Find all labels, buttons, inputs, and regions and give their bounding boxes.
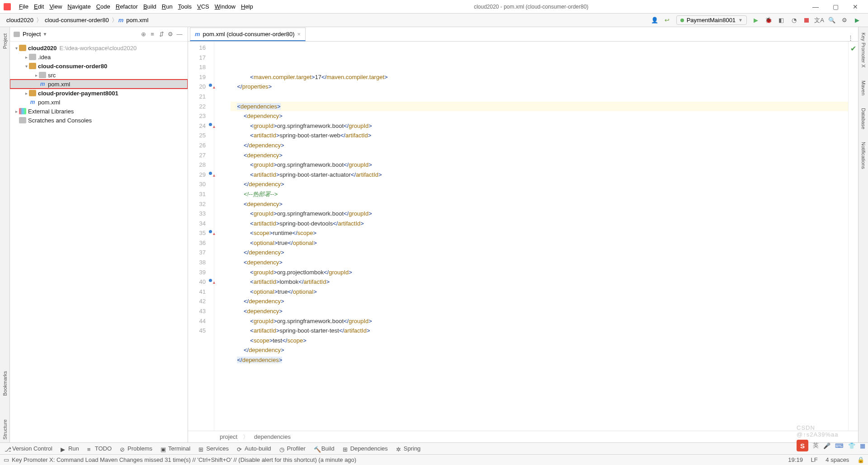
menu-refactor[interactable]: Refactor [113, 2, 141, 11]
tab-key-promoter[interactable]: Key Promoter X [860, 31, 867, 70]
tab-database[interactable]: Database [860, 106, 867, 131]
tree-root[interactable]: ▾ cloud2020 E:\idea-workspace\cloud2020 [10, 43, 188, 52]
settings-icon[interactable]: ⚙ [839, 15, 850, 26]
expand-all-icon[interactable]: ≡ [148, 31, 157, 38]
tree-folder-idea[interactable]: ▸.idea [10, 52, 188, 61]
editor-tab-pom[interactable]: m pom.xml (cloud-consumer-order80) × [190, 28, 306, 41]
menu-help[interactable]: Help [238, 2, 256, 11]
tab-maven[interactable]: Maven [860, 79, 867, 97]
right-tool-strip: Key Promoter X Maven Database Notificati… [858, 27, 868, 442]
run-config-selector[interactable]: PaymentMain8001 ▼ [676, 15, 747, 25]
locate-icon[interactable]: ⊕ [139, 31, 148, 38]
tool-problems[interactable]: ⊘Problems [120, 445, 152, 452]
close-button[interactable]: ✕ [846, 3, 864, 10]
tree-module-consumer[interactable]: ▾cloud-consumer-order80 [10, 61, 188, 70]
tree-module-provider[interactable]: ▸cloud-provider-payment8001 [10, 89, 188, 98]
run-anything-icon[interactable]: ▶ [852, 15, 863, 26]
collapse-all-icon[interactable]: ⇵ [157, 31, 166, 38]
menu-code[interactable]: Code [94, 2, 113, 11]
line-gutter: 1617181920212223242526272829303132333435… [188, 42, 214, 431]
status-icon[interactable]: ▭ [4, 456, 9, 463]
keyboard-icon[interactable]: ⌨ [835, 442, 844, 449]
window-title: cloud2020 - pom.xml (cloud-consumer-orde… [258, 4, 805, 10]
lock-icon[interactable]: 🔒 [857, 456, 864, 463]
chevron-right-icon: 〉 [243, 433, 249, 441]
add-user-icon[interactable]: 👤 [649, 15, 660, 26]
menu-tools[interactable]: Tools [175, 2, 194, 11]
tab-project[interactable]: Project [1, 31, 9, 52]
left-tool-strip: Project Bookmarks Structure [0, 27, 10, 442]
tool-spring[interactable]: ✲Spring [396, 445, 421, 452]
indent-info[interactable]: 4 spaces [826, 456, 849, 463]
code-editor[interactable]: 1617181920212223242526272829303132333435… [188, 42, 858, 431]
tab-structure[interactable]: Structure [1, 417, 9, 442]
grid-icon[interactable]: ▦ [860, 442, 865, 449]
coverage-button[interactable]: ◧ [776, 15, 787, 26]
chevron-right-icon: 〉 [111, 16, 118, 24]
tree-file-pom-consumer[interactable]: mpom.xml [10, 80, 188, 89]
analysis-ok-icon[interactable]: ✔ [849, 44, 858, 53]
project-pane-header: Project ▼ ⊕ ≡ ⇵ ⚙ — [10, 27, 188, 42]
close-tab-icon[interactable]: × [297, 31, 301, 38]
shirt-icon[interactable]: 👕 [848, 442, 855, 449]
crumb-dependencies[interactable]: dependencies [254, 433, 291, 440]
back-arrow-icon[interactable]: ↩ [662, 15, 673, 26]
tool-todo[interactable]: ≡TODO [87, 445, 112, 452]
tool-services[interactable]: ⊞Services [198, 445, 229, 452]
search-icon[interactable]: 🔍 [826, 15, 837, 26]
settings-icon[interactable]: ⚙ [166, 31, 175, 38]
code-lines[interactable]: 💡 <maven.compiler.target>17</maven.compi… [214, 42, 848, 431]
tab-overflow-icon[interactable]: ⋮ [848, 34, 854, 41]
caret-position[interactable]: 19:19 [788, 456, 803, 463]
line-separator[interactable]: LF [811, 456, 818, 463]
menu-view[interactable]: View [47, 2, 65, 11]
ime-lang[interactable]: 英 [813, 442, 819, 450]
breadcrumb-root[interactable]: cloud2020 [5, 17, 35, 23]
run-status-icon [680, 19, 684, 22]
tool-version-control[interactable]: ⎇Version Control [5, 445, 52, 452]
menu-run[interactable]: Run [159, 2, 175, 11]
stop-button[interactable] [801, 15, 812, 26]
tab-bookmarks[interactable]: Bookmarks [1, 368, 9, 399]
tree-scratches[interactable]: Scratches and Consoles [10, 116, 188, 125]
menu-window[interactable]: Window [212, 2, 238, 11]
tree-external-libs[interactable]: ▸External Libraries [10, 107, 188, 116]
tool-auto-build[interactable]: ⟳Auto-build [237, 445, 271, 452]
maximize-button[interactable]: ▢ [826, 3, 844, 10]
project-tree: ▾ cloud2020 E:\idea-workspace\cloud2020 … [10, 42, 188, 442]
hide-icon[interactable]: — [175, 31, 184, 38]
ime-icon[interactable]: S [797, 440, 808, 451]
menu-vcs[interactable]: VCS [194, 2, 212, 11]
tool-run[interactable]: ▶Run [61, 445, 79, 452]
debug-button[interactable]: 🐞 [763, 15, 774, 26]
status-message: Key Promoter X: Command Load Maven Chang… [12, 456, 782, 463]
tool-terminal[interactable]: ▣Terminal [160, 445, 190, 452]
tab-notifications[interactable]: Notifications [860, 140, 867, 171]
project-pane-title[interactable]: Project [23, 31, 41, 38]
menu-edit[interactable]: Edit [31, 2, 47, 11]
editor-tab-label: pom.xml (cloud-consumer-order80) [203, 31, 295, 38]
bottom-tool-bar: ⎇Version Control▶Run≡TODO⊘Problems▣Termi… [0, 442, 868, 454]
run-config-name: PaymentMain8001 [687, 17, 736, 23]
tool-profiler[interactable]: ◷Profiler [279, 445, 306, 452]
menu-navigate[interactable]: Navigate [65, 2, 93, 11]
breadcrumb-file[interactable]: pom.xml [124, 17, 150, 23]
tree-folder-src[interactable]: ▸src [10, 70, 188, 80]
tool-build[interactable]: 🔨Build [314, 445, 335, 452]
menu-file[interactable]: File [16, 2, 31, 11]
app-logo-icon [4, 3, 11, 10]
translate-icon[interactable]: 文A [814, 15, 825, 26]
chevron-down-icon[interactable]: ▼ [42, 32, 47, 37]
system-tray: CSDN @↑s2A39%aa S 英 🎤 ⌨ 👕 ▦ [797, 440, 865, 451]
crumb-project[interactable]: project [220, 433, 237, 440]
status-bar: ▭ Key Promoter X: Command Load Maven Cha… [0, 454, 868, 465]
tree-file-pom-root[interactable]: mpom.xml [10, 98, 188, 107]
editor-area: m pom.xml (cloud-consumer-order80) × ⋮ 1… [188, 27, 858, 442]
run-button[interactable]: ▶ [750, 15, 761, 26]
profile-button[interactable]: ◔ [788, 15, 799, 26]
mic-icon[interactable]: 🎤 [823, 442, 830, 449]
menu-build[interactable]: Build [141, 2, 159, 11]
tool-dependencies[interactable]: ⊞Dependencies [343, 445, 388, 452]
breadcrumb-module[interactable]: cloud-consumer-order80 [43, 17, 111, 23]
minimize-button[interactable]: — [807, 3, 825, 10]
